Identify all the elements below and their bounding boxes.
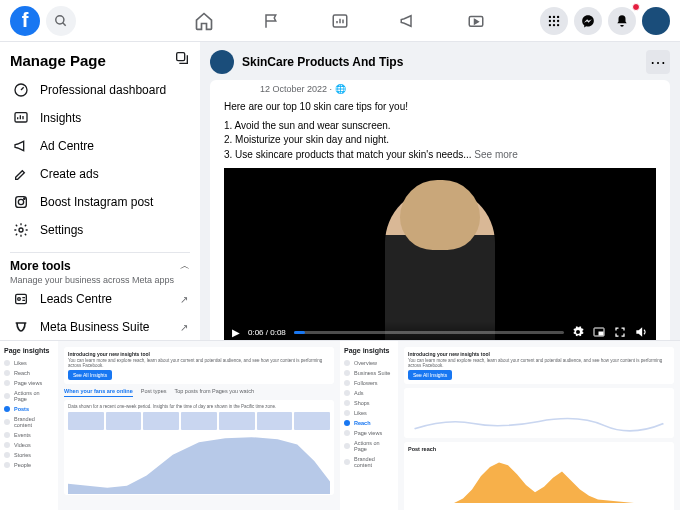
chart-note: Data shown for a recent one-week period.… (68, 404, 330, 409)
volume-icon (634, 325, 648, 339)
svg-point-12 (557, 23, 559, 25)
video-progress[interactable] (294, 331, 564, 334)
svg-point-4 (549, 15, 551, 17)
external-icon: ↗ (180, 322, 188, 333)
sidebar-title: Manage Page (10, 52, 106, 69)
home-tab[interactable] (190, 7, 218, 35)
thumb-nav-item[interactable]: Ads (344, 388, 394, 398)
thumb-nav-item[interactable]: Stories (4, 450, 54, 460)
external-icon: ↗ (180, 294, 188, 305)
sidebar: Manage Page Professional dashboard Insig… (0, 42, 200, 340)
settings-button[interactable] (572, 326, 584, 338)
mbs-icon (12, 318, 30, 336)
thumb-nav-item[interactable]: Page views (344, 428, 394, 438)
thumb-tab[interactable]: Post types (141, 388, 167, 397)
sidebar-label: Boost Instagram post (40, 195, 153, 209)
content-area: SkinCare Products And Tips ⋯ 12 October … (200, 42, 680, 340)
menu-button[interactable] (540, 7, 568, 35)
see-more-link[interactable]: See more (474, 149, 517, 160)
post-body: Here are our top 10 skin care tips for y… (210, 98, 670, 168)
post-card: 12 October 2022 · 🌐 Here are our top 10 … (210, 80, 670, 340)
fullscreen-button[interactable] (614, 326, 626, 338)
thumb-nav-item[interactable]: Overview (344, 358, 394, 368)
dashboard-icon (12, 81, 30, 99)
messenger-button[interactable] (574, 7, 602, 35)
thumb-nav-item[interactable]: Events (4, 430, 54, 440)
see-insights-button[interactable]: See All Insights (68, 370, 112, 380)
thumb-nav-item[interactable]: Likes (344, 408, 394, 418)
sidebar-item-mbs[interactable]: Meta Business Suite ↗ (10, 313, 190, 340)
sidebar-label: Create ads (40, 167, 99, 181)
marketing-tab[interactable] (394, 7, 422, 35)
thumb-nav-item[interactable]: Likes (4, 358, 54, 368)
notifications-button[interactable] (608, 7, 636, 35)
thumb-nav-item[interactable]: Branded content (344, 454, 394, 470)
leads-icon (12, 290, 30, 308)
svg-point-18 (24, 198, 25, 199)
chevron-up-icon[interactable]: ︿ (180, 259, 190, 273)
sidebar-item-settings[interactable]: Settings (10, 216, 190, 244)
thumb-title: Page insights (4, 347, 54, 354)
see-insights-button[interactable]: See All Insights (408, 370, 452, 380)
svg-rect-23 (599, 332, 603, 335)
thumb-tab[interactable]: Top posts from Pages you watch (174, 388, 253, 397)
account-button[interactable] (642, 7, 670, 35)
thumb-nav-item[interactable]: Branded content (4, 414, 54, 430)
svg-point-0 (56, 15, 64, 23)
search-button[interactable] (46, 6, 76, 36)
volume-button[interactable] (634, 325, 648, 339)
svg-point-5 (553, 15, 555, 17)
thumb-nav-item[interactable]: Posts (4, 404, 54, 414)
post-intro: Here are our top 10 skin care tips for y… (224, 100, 656, 115)
svg-line-1 (63, 22, 66, 25)
svg-point-6 (557, 15, 559, 17)
search-icon (54, 14, 68, 28)
sidebar-item-insights[interactable]: Insights (10, 104, 190, 132)
thumb-tab[interactable]: When your fans are online (64, 388, 133, 397)
thumb-nav-item[interactable]: Actions on Page (4, 388, 54, 404)
instagram-icon (12, 193, 30, 211)
video-player[interactable]: ▶ 0:06 / 0:08 (224, 168, 656, 340)
thumb-tabs: When your fans are onlinePost typesTop p… (64, 388, 334, 397)
watch-tab[interactable] (462, 7, 490, 35)
thumbnail-insights-posts[interactable]: Page insights LikesReachPage viewsAction… (0, 340, 340, 510)
sidebar-item-createads[interactable]: Create ads (10, 160, 190, 188)
sidebar-label: Settings (40, 223, 83, 237)
thumb-nav-item[interactable]: Reach (4, 368, 54, 378)
thumb-nav-item[interactable]: Followers (344, 378, 394, 388)
more-tools-title: More tools (10, 259, 71, 273)
sidebar-item-leads[interactable]: Leads Centre ↗ (10, 285, 190, 313)
svg-point-9 (557, 19, 559, 21)
thumb-nav-item[interactable]: People (4, 460, 54, 470)
page-switch-icon[interactable] (174, 50, 190, 70)
svg-point-21 (18, 298, 21, 301)
thumb-nav-item[interactable]: Business Suite (344, 368, 394, 378)
pages-tab[interactable] (258, 7, 286, 35)
play-button[interactable]: ▶ (232, 327, 240, 338)
svg-point-11 (553, 23, 555, 25)
fans-online-chart: Data shown for a recent one-week period.… (64, 400, 334, 495)
top-right-actions (540, 7, 670, 35)
thumb-nav-item[interactable]: Videos (4, 440, 54, 450)
gear-icon (572, 326, 584, 338)
sidebar-item-boost[interactable]: Boost Instagram post (10, 188, 190, 216)
sidebar-label: Leads Centre (40, 292, 112, 306)
page-more-button[interactable]: ⋯ (646, 50, 670, 74)
svg-point-17 (18, 199, 23, 204)
thumb-nav-item[interactable]: Shops (344, 398, 394, 408)
facebook-logo[interactable]: f (10, 6, 40, 36)
page-name[interactable]: SkinCare Products And Tips (242, 55, 403, 69)
video-time: 0:06 / 0:08 (248, 328, 286, 337)
ad-center-tab[interactable] (326, 7, 354, 35)
thumb-nav-item[interactable]: Page views (4, 378, 54, 388)
sidebar-item-adcentre[interactable]: Ad Centre (10, 132, 190, 160)
thumb-nav-item[interactable]: Actions on Page (344, 438, 394, 454)
bell-icon (615, 14, 629, 28)
sidebar-item-dashboard[interactable]: Professional dashboard (10, 76, 190, 104)
page-avatar[interactable] (210, 50, 234, 74)
thumb-nav-item[interactable]: Reach (344, 418, 394, 428)
thumbnail-insights-reach[interactable]: Page insights OverviewBusiness SuiteFoll… (340, 340, 680, 510)
pip-button[interactable] (592, 326, 606, 338)
svg-point-7 (549, 19, 551, 21)
messenger-icon (581, 14, 595, 28)
